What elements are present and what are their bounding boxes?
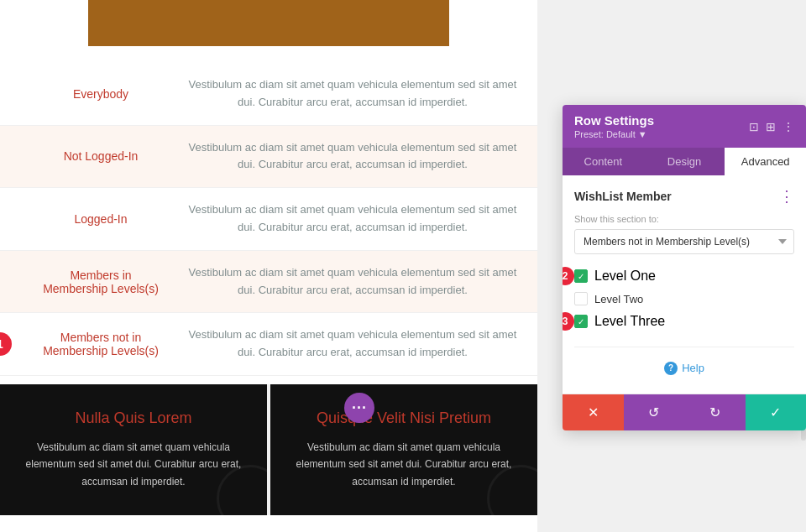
help-link[interactable]: ? Help [664, 362, 704, 375]
panel-header-left: Row Settings Preset: Default ▼ [574, 113, 654, 139]
row-text-members-in: Vestibulum ac diam sit amet quam vehicul… [185, 264, 521, 300]
tab-design[interactable]: Design [644, 148, 725, 175]
layout-icon[interactable]: ⊞ [766, 120, 776, 133]
row-label-members-not-in: Members not in Membership Levels(s) [17, 331, 185, 357]
row-label-everybody: Everybody [17, 87, 185, 101]
panel-title: Row Settings [574, 113, 654, 128]
action-bar: ✕ ↺ ↻ ✓ [563, 394, 806, 430]
help-icon: ? [664, 362, 678, 375]
row-label-members-in: Members in Membership Levels(s) [17, 269, 185, 295]
checkbox-list: 2 ✓ Level One Level Two 3 ✓ Level Three [574, 264, 794, 333]
panel-header: Row Settings Preset: Default ▼ ⊡ ⊞ ⋮ [563, 105, 806, 148]
undo-button[interactable]: ↺ [624, 394, 685, 430]
checkbox-label-level-two: Level Two [594, 293, 643, 305]
panel-header-icons: ⊡ ⊞ ⋮ [749, 120, 794, 133]
settings-panel: Row Settings Preset: Default ▼ ⊡ ⊞ ⋮ Con… [563, 105, 806, 430]
checkbox-level-three[interactable]: ✓ [574, 315, 588, 328]
tab-content[interactable]: Content [563, 148, 644, 175]
row-text-logged-in: Vestibulum ac diam sit amet quam vehicul… [185, 201, 521, 237]
section-header: WishList Member ⋮ [574, 187, 794, 206]
card-1-title: Nulla Quis Lorem [17, 409, 250, 427]
checkbox-label-level-three: Level Three [594, 314, 665, 329]
fullscreen-icon[interactable]: ⊡ [749, 120, 759, 133]
section-title: WishList Member [574, 190, 672, 203]
panel-tabs: Content Design Advanced [563, 148, 806, 175]
checkbox-level-two[interactable] [574, 292, 588, 305]
cards-section: Nulla Quis Lorem Vestibulum ac diam sit … [0, 384, 537, 515]
checkbox-label-level-one: Level One [594, 269, 656, 284]
main-content: Everybody Vestibulum ac diam sit amet qu… [0, 0, 537, 532]
row-text-members-not-in: Vestibulum ac diam sit amet quam vehicul… [185, 326, 521, 362]
table-row: Members in Membership Levels(s) Vestibul… [0, 251, 537, 314]
tab-advanced[interactable]: Advanced [725, 148, 806, 175]
panel-body: WishList Member ⋮ Show this section to: … [563, 175, 806, 394]
more-icon[interactable]: ⋮ [782, 120, 794, 133]
table-row: 1 Members not in Membership Levels(s) Ve… [0, 313, 537, 376]
card-2: Quisque Velit Nisi Pretium Vestibulum ac… [270, 384, 537, 515]
row-text-everybody: Vestibulum ac diam sit amet quam vehicul… [185, 76, 521, 112]
badge-2: 2 [563, 267, 574, 285]
badge-3: 3 [563, 312, 574, 331]
card-2-title: Quisque Velit Nisi Pretium [287, 409, 521, 427]
show-section-dropdown[interactable]: Members not in Membership Level(s) [574, 229, 794, 254]
float-menu-button[interactable]: ··· [344, 393, 374, 423]
section-more-button[interactable]: ⋮ [779, 187, 794, 206]
checkbox-item-level-two: Level Two [574, 288, 794, 310]
card-1-text: Vestibulum ac diam sit amet quam vehicul… [17, 439, 250, 490]
badge-1: 1 [0, 332, 12, 356]
row-label-logged-in: Logged-In [17, 212, 185, 226]
card-1: Nulla Quis Lorem Vestibulum ac diam sit … [0, 384, 267, 515]
help-section: ? Help [574, 347, 794, 382]
checkbox-item-level-three: 3 ✓ Level Three [574, 310, 794, 333]
redo-button[interactable]: ↻ [684, 394, 746, 430]
table-row: Everybody Vestibulum ac diam sit amet qu… [0, 63, 537, 126]
row-text-not-logged-in: Vestibulum ac diam sit amet quam vehicul… [185, 139, 521, 175]
card-2-text: Vestibulum ac diam sit amet quam vehicul… [287, 439, 521, 490]
save-button[interactable]: ✓ [746, 394, 807, 430]
delete-button[interactable]: ✕ [563, 394, 624, 430]
panel-subtitle[interactable]: Preset: Default ▼ [574, 129, 654, 139]
checkbox-level-one[interactable]: ✓ [574, 269, 588, 283]
table-row: Logged-In Vestibulum ac diam sit amet qu… [0, 188, 537, 251]
table-section: Everybody Vestibulum ac diam sit amet qu… [0, 63, 537, 376]
row-label-not-logged-in: Not Logged-In [17, 149, 185, 163]
table-row: Not Logged-In Vestibulum ac diam sit ame… [0, 126, 537, 189]
top-banner-image [88, 0, 449, 46]
checkbox-item-level-one: 2 ✓ Level One [574, 264, 794, 288]
help-label: Help [682, 362, 704, 374]
field-label: Show this section to: [574, 214, 794, 224]
